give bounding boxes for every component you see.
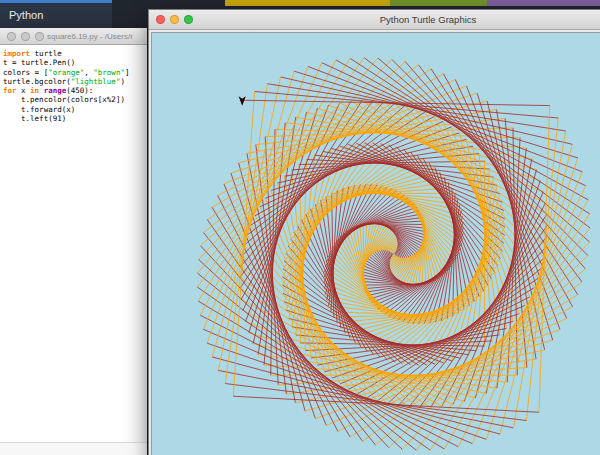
code-line: t = turtle.Pen()	[3, 58, 147, 67]
yellow-strip	[225, 0, 390, 6]
turtle-graphics-window: Python Turtle Graphics	[148, 9, 600, 455]
tab-python[interactable]: Python	[0, 3, 112, 28]
code-editor-text[interactable]: import turtlet = turtle.Pen()colors = ["…	[0, 45, 147, 443]
turtle-window-title: Python Turtle Graphics	[149, 14, 600, 25]
turtle-canvas-frame	[149, 30, 600, 455]
code-line: t.forward(x)	[3, 105, 147, 114]
code-line: import turtle	[3, 49, 147, 58]
desktop: { "desktop": { "background": "#20262e", …	[0, 0, 600, 455]
editor-status-bar	[0, 442, 147, 455]
code-line: t.pencolor(colors[x%2])	[3, 95, 147, 104]
purple-strip	[487, 0, 600, 6]
turtle-drawing-canvas	[151, 32, 600, 455]
code-line: colors = ["orange", "brown"]	[3, 68, 147, 77]
code-line: for x in range(450):	[3, 86, 147, 95]
code-line: turtle.bgcolor("lightblue")	[3, 77, 147, 86]
turtle-titlebar[interactable]: Python Turtle Graphics	[149, 10, 600, 30]
green-strip	[390, 0, 487, 6]
code-line: t.left(91)	[3, 114, 147, 123]
tab-python-label: Python	[9, 9, 43, 21]
editor-titlebar[interactable]: square6.19.py - /Users/r	[0, 28, 147, 45]
editor-window-title: square6.19.py - /Users/r	[0, 32, 147, 41]
idle-editor-window: square6.19.py - /Users/r import turtlet …	[0, 28, 147, 455]
